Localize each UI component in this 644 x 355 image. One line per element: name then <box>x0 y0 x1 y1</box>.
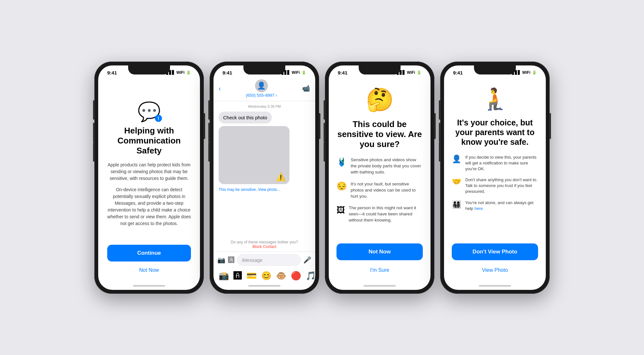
help-link[interactable]: here. <box>474 206 484 211</box>
block-contact-link[interactable]: Block Contact <box>252 244 276 249</box>
phones-container: 9:41 ▋▋▋ WiFi 🔋 💬 ! Helping with Communi… <box>6 62 638 294</box>
warning-item-1: 🩱 Sensitive photos and videos show the p… <box>336 157 423 175</box>
warning-text-2: It's not your fault, but sensitive photo… <box>351 181 423 200</box>
contact-avatar: 👤 <box>255 79 268 92</box>
video-call-icon[interactable]: 📹 <box>302 84 310 92</box>
warning-items: 🩱 Sensitive photos and videos show the p… <box>336 157 423 223</box>
warning-buttons: Not Now I'm Sure <box>336 240 423 276</box>
red-icon[interactable]: 🔴 <box>291 271 301 281</box>
wifi-icon-4: WiFi <box>522 70 530 75</box>
messages-header: ‹ 👤 (650) 555-8997 › 📹 <box>213 77 315 101</box>
view-photo-button[interactable]: View Photo <box>479 265 511 276</box>
photos-app-icon[interactable]: 📸 <box>219 271 229 281</box>
phone1-title: Helping with Communication Safety <box>107 126 191 156</box>
contact-info: 👤 (650) 555-8997 › <box>246 79 277 98</box>
parent-text-2: Don't share anything you don't want to. … <box>465 177 538 195</box>
imessage-input[interactable]: iMessage <box>237 254 301 266</box>
home-bar-1 <box>133 285 165 287</box>
block-section: Do any of these messages bother you? Blo… <box>213 237 315 251</box>
animoji-icon[interactable]: 🐵 <box>276 271 286 281</box>
phone-1: 9:41 ▋▋▋ WiFi 🔋 💬 ! Helping with Communi… <box>94 62 204 294</box>
battery-icon-3: 🔋 <box>417 70 421 75</box>
phone1-desc2: On-device intelligence can detect potent… <box>107 186 191 227</box>
parent-item-3: 👨‍👩‍👧‍👦 You're not alone, and can always… <box>452 200 538 212</box>
parent-content: 🧎 It's your choice, but your parents wan… <box>444 77 546 282</box>
memoji-icon[interactable]: 😊 <box>261 271 271 281</box>
im-sure-button[interactable]: I'm Sure <box>367 265 392 276</box>
thinking-emoji: 🤔 <box>366 86 394 113</box>
messages-body: Wednesday 5:38 PM Check out this photo ⚠… <box>213 101 315 237</box>
phone1-content: 💬 ! Helping with Communication Safety Ap… <box>98 77 200 282</box>
battery-icon-4: 🔋 <box>532 70 537 75</box>
trust-icon: 🤝 <box>452 177 461 186</box>
exclaim-badge: ! <box>155 115 162 122</box>
battery-icon-2: 🔋 <box>301 70 306 75</box>
status-icons-1: ▋▋▋ WiFi 🔋 <box>166 70 191 75</box>
not-now-button-3[interactable]: Not Now <box>336 243 423 260</box>
phone-4: 9:41 ▋▋▋ WiFi 🔋 🧎 It's your choice, but … <box>440 62 550 294</box>
message-bubble: Check out this photo <box>219 112 272 123</box>
messages-input-bar: 📷 🅰 iMessage 🎤 <box>213 251 315 268</box>
warning-content: 🤔 This could be sensitive to view. Are y… <box>329 77 431 282</box>
sensitive-overlay-icon: ⚠️ <box>276 173 286 182</box>
voice-icon[interactable]: 🎤 <box>303 256 311 264</box>
phone1-desc1: Apple products can help protect kids fro… <box>107 162 191 182</box>
back-button[interactable]: ‹ <box>219 85 221 92</box>
home-indicator-4 <box>444 282 546 290</box>
parent-text-3: You're not alone, and can always get hel… <box>465 200 538 212</box>
app-shortcuts-row: 📸 🅰 💳 😊 🐵 🔴 🎵 <box>213 268 315 282</box>
status-icons-4: ▋▋▋ WiFi 🔋 <box>512 70 537 75</box>
status-icons-2: ▋▋▋ WiFi 🔋 <box>281 70 306 75</box>
applepay-icon[interactable]: 💳 <box>246 271 257 281</box>
parent-item-2: 🤝 Don't share anything you don't want to… <box>452 177 538 195</box>
continue-button[interactable]: Continue <box>107 245 191 261</box>
parent-item-1: 👤 If you decide to view this, your paren… <box>452 154 538 172</box>
bathing-suit-icon: 🩱 <box>336 157 347 167</box>
music-icon[interactable]: 🎵 <box>306 271 315 281</box>
view-photo-link[interactable]: View photo... <box>258 187 280 192</box>
home-bar-3 <box>364 285 396 287</box>
parent-text-1: If you decide to view this, your parents… <box>465 154 538 172</box>
home-indicator-3 <box>329 282 431 290</box>
phone-3: 9:41 ▋▋▋ WiFi 🔋 🤔 This could be sensitiv… <box>325 62 434 294</box>
sensitive-note: This may be sensitive. View photo... <box>219 187 310 192</box>
warning-item-2: 😔 It's not your fault, but sensitive pho… <box>336 181 423 200</box>
photo-frame-icon: 🖼 <box>336 205 345 215</box>
phone-2: 9:41 ▋▋▋ WiFi 🔋 ‹ 👤 (650) 555-8997 › 📹 W… <box>210 62 319 294</box>
contact-number[interactable]: (650) 555-8997 › <box>246 93 277 98</box>
parent-items: 👤 If you decide to view this, your paren… <box>452 154 538 212</box>
status-time-4: 9:41 <box>453 70 463 75</box>
parent-title: It's your choice, but your parents want … <box>452 118 538 147</box>
home-indicator-1 <box>98 282 200 290</box>
wifi-icon-3: WiFi <box>407 70 415 75</box>
app-store-icon[interactable]: 🅰 <box>228 256 234 264</box>
parent-buttons: Don't View Photo View Photo <box>452 240 538 276</box>
home-indicator-2 <box>213 282 315 290</box>
wifi-icon-2: WiFi <box>292 70 300 75</box>
dont-view-button[interactable]: Don't View Photo <box>452 243 538 260</box>
camera-icon[interactable]: 📷 <box>217 256 225 264</box>
warning-title: This could be sensitive to view. Are you… <box>336 119 423 150</box>
appstore-shortcut-icon[interactable]: 🅰 <box>233 271 242 281</box>
status-icons-3: ▋▋▋ WiFi 🔋 <box>397 70 421 75</box>
warning-text-3: The person in this might not want it see… <box>349 205 423 223</box>
warning-text-1: Sensitive photos and videos show the pri… <box>351 157 423 175</box>
status-time-3: 9:41 <box>338 70 347 75</box>
status-time-2: 9:41 <box>223 70 232 75</box>
home-bar-4 <box>479 285 511 287</box>
parent-emoji: 🧎 <box>482 86 508 111</box>
notification-icon: 👤 <box>452 154 461 163</box>
battery-icon-1: 🔋 <box>186 70 191 75</box>
notch-3 <box>359 65 401 74</box>
notch-4 <box>474 65 516 74</box>
phone1-buttons: Continue Not Now <box>107 242 191 276</box>
not-now-button-1[interactable]: Not Now <box>137 265 161 276</box>
notch-1 <box>128 65 170 74</box>
warning-item-3: 🖼 The person in this might not want it s… <box>336 205 423 223</box>
block-prompt: Do any of these messages bother you? <box>216 240 313 244</box>
notch-2 <box>243 65 285 74</box>
message-image: ⚠️ <box>219 126 289 184</box>
status-time-1: 9:41 <box>107 70 117 75</box>
message-date: Wednesday 5:38 PM <box>219 104 310 108</box>
sad-face-icon: 😔 <box>336 181 347 191</box>
